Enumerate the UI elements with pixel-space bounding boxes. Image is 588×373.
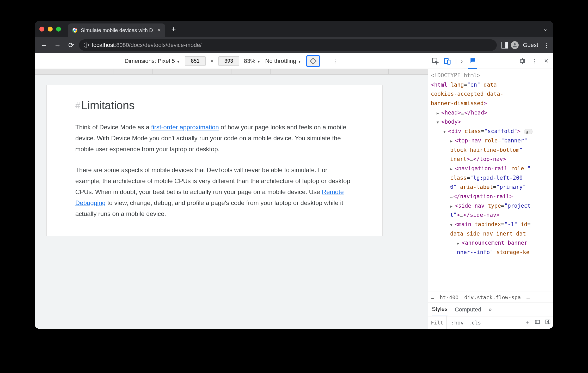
profile-avatar-icon[interactable] (511, 41, 519, 49)
hov-toggle[interactable]: :hov (451, 320, 464, 326)
chrome-menu-button[interactable]: ⋮ (543, 41, 550, 49)
devtools-toolbar: | › ⋮ ✕ (428, 53, 553, 69)
styles-tabs-overflow[interactable]: » (488, 306, 492, 313)
chrome-favicon-icon (72, 27, 78, 33)
window-maximize-button[interactable] (56, 27, 61, 32)
address-bar[interactable]: ⓘ localhost:8080/docs/devtools/device-mo… (79, 39, 497, 51)
tab-strip: Simulate mobile devices with D ✕ ＋ ⌄ (35, 21, 553, 37)
device-toolbar-menu[interactable]: ⋮ (332, 58, 338, 64)
dom-topnav[interactable]: ▶<top-nav role="banner" (431, 136, 552, 146)
settings-icon[interactable] (518, 57, 526, 65)
cls-toggle[interactable]: .cls (468, 320, 481, 326)
reload-button[interactable]: ⟳ (65, 39, 77, 51)
dom-announcement[interactable]: ▶<announcement-banner (431, 238, 552, 248)
device-ruler (35, 69, 428, 75)
dom-main[interactable]: ▼<main tabindex="-1" id= (431, 220, 552, 229)
svg-point-1 (74, 29, 76, 31)
site-info-icon[interactable]: ⓘ (84, 42, 89, 49)
device-mode-pane: Dimensions: Pixel 5▼ × 83%▼ No throttlin… (35, 53, 428, 329)
page-content: #Limitations Think of Device Mode as a f… (46, 85, 383, 236)
inspect-element-icon[interactable] (431, 57, 439, 65)
new-tab-button[interactable]: ＋ (169, 24, 178, 34)
dom-body[interactable]: ▼<body> (431, 117, 552, 127)
url-host: localhost (92, 42, 115, 48)
computed-tab[interactable]: Computed (455, 306, 481, 313)
breadcrumb-overflow-right[interactable]: … (526, 294, 530, 300)
styles-tabs: Styles Computed » (428, 303, 553, 316)
window-close-button[interactable] (39, 27, 44, 32)
window-minimize-button[interactable] (48, 27, 53, 32)
anchor-hash-icon[interactable]: # (75, 100, 80, 111)
dom-html-open[interactable]: <html lang="en" data- (431, 80, 552, 90)
styles-toolbar: Filt :hov .cls ＋ (428, 316, 553, 329)
device-toggle-icon[interactable] (443, 57, 451, 65)
dom-breadcrumbs[interactable]: … ht-400 div.stack.flow-spa … (428, 292, 553, 303)
devtools-menu-icon[interactable]: ⋮ (530, 57, 538, 65)
throttling-dropdown[interactable]: No throttling▼ (265, 58, 301, 64)
devtools-close-icon[interactable]: ✕ (542, 57, 550, 65)
page-paragraph-2: There are some aspects of mobile devices… (75, 165, 354, 219)
panel-tab-active[interactable] (468, 53, 477, 69)
svg-point-2 (514, 43, 516, 45)
computed-styles-icon[interactable] (535, 319, 540, 326)
styles-tab[interactable]: Styles (432, 303, 448, 316)
browser-tab[interactable]: Simulate mobile devices with D ✕ (68, 23, 165, 37)
traffic-lights (39, 27, 61, 32)
breadcrumb-item[interactable]: ht-400 (440, 294, 458, 300)
elements-dom-tree[interactable]: <!DOCTYPE html> <html lang="en" data- co… (428, 69, 553, 292)
dom-scaffold[interactable]: ▼<div class="scaffold"> gr (431, 127, 552, 136)
tabs-dropdown-button[interactable]: ⌄ (543, 26, 548, 32)
dom-navrail[interactable]: ▶<navigation-rail role=" (431, 164, 552, 173)
svg-rect-7 (535, 320, 540, 324)
dimensions-separator: × (210, 58, 214, 64)
url-port: :8080 (115, 42, 129, 48)
breadcrumb-overflow-left[interactable]: … (431, 294, 434, 300)
browser-toolbar: ← → ⟳ ⓘ localhost:8080/docs/devtools/dev… (35, 37, 553, 53)
viewport-area: #Limitations Think of Device Mode as a f… (35, 75, 428, 329)
width-input[interactable] (185, 56, 206, 66)
height-input[interactable] (218, 56, 239, 66)
devtools-pane: | › ⋮ ✕ <!DOCTYPE html> <html lang="en" … (428, 53, 553, 329)
dom-sidenav[interactable]: ▶<side-nav type="project (431, 201, 552, 211)
toggle-sidebar-icon[interactable] (545, 319, 551, 326)
device-toolbar: Dimensions: Pixel 5▼ × 83%▼ No throttlin… (35, 53, 428, 69)
page-paragraph-1: Think of Device Mode as a first-order ap… (75, 122, 354, 155)
toolbar-right: Guest ⋮ (501, 41, 550, 49)
svg-rect-6 (448, 60, 450, 64)
browser-window: Simulate mobile devices with D ✕ ＋ ⌄ ← →… (35, 21, 553, 329)
page-heading: #Limitations (75, 99, 354, 112)
dom-doctype: <!DOCTYPE html> (431, 71, 552, 80)
url-path: /docs/devtools/device-mode/ (129, 42, 202, 48)
rotate-button[interactable] (306, 55, 320, 67)
zoom-dropdown[interactable]: 83%▼ (244, 58, 261, 64)
dom-head[interactable]: ▶<head>…</head> (431, 108, 552, 118)
back-button[interactable]: ← (38, 39, 50, 51)
svg-rect-3 (310, 58, 316, 64)
tab-title: Simulate mobile devices with D (81, 27, 153, 33)
forward-button[interactable]: → (52, 39, 63, 51)
profile-label[interactable]: Guest (523, 42, 538, 49)
dimensions-dropdown[interactable]: Dimensions: Pixel 5▼ (125, 58, 180, 64)
tab-close-button[interactable]: ✕ (157, 27, 161, 33)
svg-rect-8 (546, 320, 550, 324)
first-order-link[interactable]: first-order approximation (151, 124, 219, 131)
new-style-rule-icon[interactable]: ＋ (525, 319, 530, 326)
styles-filter-input[interactable]: Filt (431, 316, 446, 329)
breadcrumb-item[interactable]: div.stack.flow-spa (464, 294, 521, 300)
panel-overflow-left[interactable]: › (461, 58, 463, 64)
side-panel-icon[interactable] (501, 42, 508, 49)
content-row: Dimensions: Pixel 5▼ × 83%▼ No throttlin… (35, 53, 553, 329)
